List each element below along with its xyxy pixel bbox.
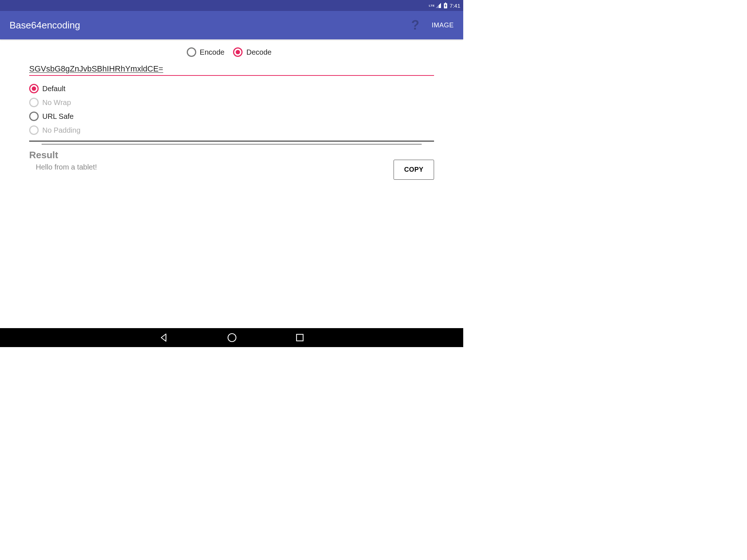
option-radio xyxy=(29,125,39,135)
option-radio xyxy=(29,98,39,107)
clock: 7:41 xyxy=(450,3,460,9)
encode-label: Encode xyxy=(200,48,225,57)
network-indicator: LTE xyxy=(429,4,435,7)
option-row: Default xyxy=(29,84,434,93)
option-row: No Wrap xyxy=(29,98,434,107)
encode-radio[interactable] xyxy=(187,47,196,57)
option-radio[interactable] xyxy=(29,112,39,121)
option-label: Default xyxy=(42,85,65,93)
result-section: Result Hello from a tablet! COPY xyxy=(29,149,434,171)
app-title: Base64encoding xyxy=(9,20,411,31)
mode-selector: Encode Decode xyxy=(0,39,463,63)
back-icon[interactable] xyxy=(159,333,169,342)
text-input[interactable] xyxy=(29,63,434,75)
option-row: URL Safe xyxy=(29,112,434,121)
status-bar: LTE 7:41 xyxy=(0,0,463,11)
decode-label: Decode xyxy=(246,48,271,57)
content-area: Encode Decode DefaultNo WrapURL SafeNo P… xyxy=(0,39,463,328)
option-row: No Padding xyxy=(29,125,434,135)
divider xyxy=(42,144,422,145)
app-bar: Base64encoding ? IMAGE xyxy=(0,11,463,39)
decode-radio[interactable] xyxy=(233,47,243,57)
result-heading: Result xyxy=(29,149,434,161)
copy-button[interactable]: COPY xyxy=(394,160,434,180)
help-icon[interactable]: ? xyxy=(411,18,419,33)
svg-rect-3 xyxy=(297,334,303,341)
signal-icon xyxy=(436,3,441,8)
home-icon[interactable] xyxy=(227,332,237,343)
result-text: Hello from a tablet! xyxy=(36,163,434,171)
svg-point-2 xyxy=(228,334,236,342)
option-label: No Wrap xyxy=(42,98,71,107)
divider xyxy=(29,141,434,141)
option-label: No Padding xyxy=(42,126,81,135)
navigation-bar xyxy=(0,328,463,347)
option-radio[interactable] xyxy=(29,84,39,93)
input-container xyxy=(29,63,434,76)
option-label: URL Safe xyxy=(42,112,74,121)
options-list: DefaultNo WrapURL SafeNo Padding xyxy=(29,84,434,135)
recents-icon[interactable] xyxy=(295,333,304,342)
svg-rect-1 xyxy=(445,3,446,3)
battery-icon xyxy=(444,3,448,8)
image-button[interactable]: IMAGE xyxy=(431,22,454,29)
